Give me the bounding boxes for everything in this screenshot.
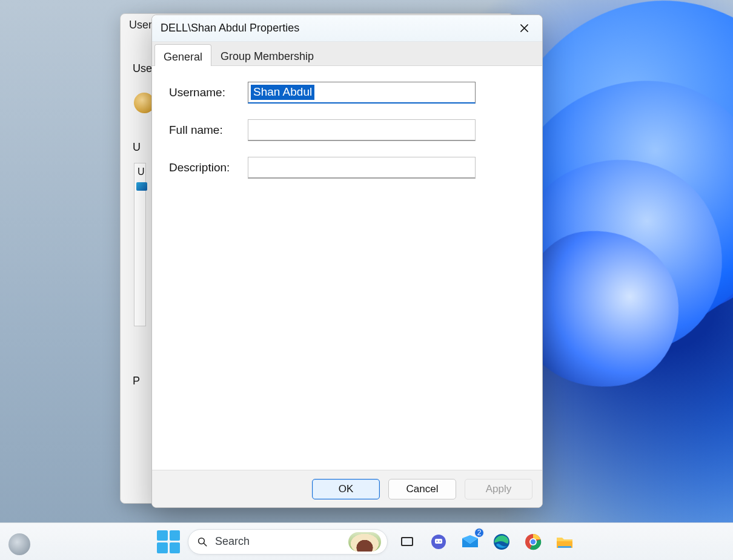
tab-group-membership[interactable]: Group Membership [211,44,323,65]
edge-icon [493,533,511,551]
edge-button[interactable] [489,530,514,554]
mail-badge: 2 [474,527,485,538]
taskbar-center: Search 2 [156,529,577,555]
tab-strip: General Group Membership [152,42,542,66]
chrome-icon [524,533,542,551]
back-window-users-section: U [133,141,141,154]
apply-button[interactable]: Apply [465,479,532,499]
back-window-list-header-char: U [138,166,145,177]
close-icon [520,24,529,33]
username-selected-text: Shan Abdul [251,85,314,100]
search-placeholder: Search [215,535,341,548]
file-explorer-icon [556,534,574,550]
row-description: Description: [169,157,525,179]
search-icon [197,536,208,547]
svg-point-7 [439,540,440,541]
ok-button[interactable]: OK [312,479,380,499]
user-properties-dialog: DELL\Shan Abdul Properties General Group… [151,15,543,508]
row-fullname: Full name: [169,119,525,141]
description-label: Description: [169,161,248,174]
dialog-titlebar[interactable]: DELL\Shan Abdul Properties [152,15,542,42]
user-row-icon [136,182,147,191]
start-icon [157,530,180,553]
tab-general[interactable]: General [154,44,211,66]
dialog-footer: OK Cancel Apply [152,470,542,507]
dialog-title: DELL\Shan Abdul Properties [161,22,299,35]
search-highlight-art-icon [348,532,381,552]
taskview-button[interactable] [395,530,419,554]
username-label: Username: [169,86,248,99]
svg-rect-13 [558,546,571,548]
close-button[interactable] [512,19,536,38]
chat-icon [430,533,447,550]
svg-rect-3 [402,538,412,545]
start-button[interactable] [156,530,181,554]
widgets-button[interactable] [8,533,30,555]
fullname-field[interactable] [248,119,476,141]
fullname-label: Full name: [169,124,248,137]
description-field[interactable] [248,157,476,179]
taskbar[interactable]: Search 2 [0,522,733,560]
row-username: Username: Shan Abdul [169,82,525,104]
chrome-button[interactable] [521,530,545,554]
tab-body-general: Username: Shan Abdul Full name: Descript… [152,66,542,470]
taskview-icon [399,534,415,550]
mail-button[interactable]: 2 [458,530,482,554]
username-field[interactable]: Shan Abdul [248,82,476,104]
svg-rect-5 [435,539,442,544]
back-window-password-section: P [133,375,140,387]
svg-line-1 [204,543,207,546]
svg-point-6 [436,540,437,541]
cancel-button[interactable]: Cancel [388,479,456,499]
svg-point-11 [531,539,536,544]
taskbar-search[interactable]: Search [188,529,388,555]
chat-button[interactable] [426,530,451,554]
file-explorer-button[interactable] [552,530,577,554]
